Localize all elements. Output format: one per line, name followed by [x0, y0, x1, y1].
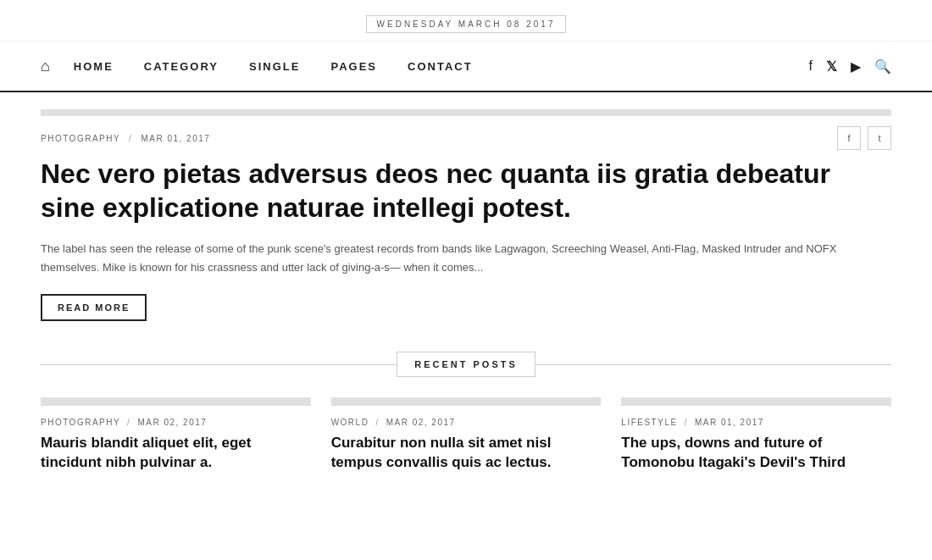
nav-item-contact[interactable]: CONTACT [408, 60, 473, 73]
recent-post-title-1[interactable]: Mauris blandit aliquet elit, eget tincid… [41, 434, 311, 473]
meta-separator: / [129, 134, 132, 143]
recent-posts-title: RECENT POSTS [397, 352, 535, 377]
recent-post-sep-2: / [375, 418, 379, 427]
article-meta-right: f t [837, 126, 891, 150]
article-date: MAR 01, 2017 [141, 134, 210, 143]
recent-post-item-1: PHOTOGRAPHY / MAR 02, 2017 Mauris blandi… [41, 397, 311, 473]
article-twitter-icon: t [878, 133, 880, 143]
nav-item-home[interactable]: HOME [74, 60, 114, 73]
recent-post-category-1[interactable]: PHOTOGRAPHY [41, 418, 120, 427]
article-twitter-btn[interactable]: t [868, 126, 891, 150]
facebook-nav-icon[interactable]: f [809, 58, 813, 74]
article-title: Nec vero pietas adversus deos nec quanta… [41, 157, 891, 225]
recent-post-item-3: LIFESTYLE / MAR 01, 2017 The ups, downs … [621, 397, 891, 473]
recent-post-category-2[interactable]: WORLD [331, 418, 369, 427]
browser-frame: WEDNESDAY MARCH 08 2017 ⌂ HOME CATEGORY … [0, 0, 932, 560]
nav-item-single[interactable]: SINGLE [249, 60, 300, 73]
search-nav-icon[interactable]: 🔍 [874, 58, 891, 75]
recent-post-image-3 [621, 397, 891, 406]
recent-post-title-3[interactable]: The ups, downs and future of Tomonobu It… [621, 434, 891, 473]
navigation: ⌂ HOME CATEGORY SINGLE PAGES CONTACT f 𝕏… [0, 42, 932, 92]
nav-item-category[interactable]: CATEGORY [144, 60, 219, 73]
article-meta: PHOTOGRAPHY / MAR 01, 2017 f t [41, 116, 891, 157]
recent-post-category-3[interactable]: LIFESTYLE [621, 418, 677, 427]
recent-post-image-1 [41, 397, 311, 406]
recent-post-meta-3: LIFESTYLE / MAR 01, 2017 [621, 418, 891, 427]
recent-posts-line-left [41, 364, 397, 365]
nav-right: f 𝕏 ▶ 🔍 [809, 58, 891, 75]
nav-left: ⌂ HOME CATEGORY SINGLE PAGES CONTACT [41, 58, 809, 75]
recent-post-date-3: MAR 01, 2017 [695, 418, 764, 427]
recent-posts-section: RECENT POSTS PHOTOGRAPHY / MAR 02, 2017 … [41, 352, 891, 473]
recent-post-image-2 [331, 397, 602, 406]
recent-posts-header: RECENT POSTS [41, 352, 891, 377]
recent-post-meta-2: WORLD / MAR 02, 2017 [331, 418, 602, 427]
date-text: WEDNESDAY MARCH 08 2017 [366, 15, 567, 33]
article-facebook-icon: f [847, 133, 850, 143]
recent-post-sep-1: / [127, 418, 130, 427]
article-category[interactable]: PHOTOGRAPHY [41, 134, 120, 143]
youtube-nav-icon[interactable]: ▶ [851, 58, 861, 75]
recent-post-meta-1: PHOTOGRAPHY / MAR 02, 2017 [41, 418, 311, 427]
article-facebook-btn[interactable]: f [837, 126, 861, 150]
recent-post-item-2: WORLD / MAR 02, 2017 Curabitur non nulla… [331, 397, 602, 473]
article-excerpt: The label has seen the release of some o… [41, 240, 891, 277]
recent-posts-grid: PHOTOGRAPHY / MAR 02, 2017 Mauris blandi… [41, 397, 891, 473]
twitter-nav-icon[interactable]: 𝕏 [826, 58, 837, 75]
article-meta-left: PHOTOGRAPHY / MAR 01, 2017 [41, 134, 210, 143]
read-more-button[interactable]: READ MORE [41, 294, 147, 321]
recent-post-date-2: MAR 02, 2017 [386, 418, 456, 427]
article-image-placeholder [41, 109, 891, 116]
recent-post-sep-3: / [685, 418, 688, 427]
recent-post-title-2[interactable]: Curabitur non nulla sit amet nisl tempus… [331, 434, 602, 473]
home-icon[interactable]: ⌂ [41, 58, 50, 75]
main-content: PHOTOGRAPHY / MAR 01, 2017 f t Nec vero … [0, 109, 932, 473]
recent-post-date-1: MAR 02, 2017 [137, 418, 207, 427]
nav-item-pages[interactable]: PAGES [330, 60, 377, 73]
date-bar: WEDNESDAY MARCH 08 2017 [0, 0, 932, 42]
recent-posts-line-right [535, 364, 891, 365]
